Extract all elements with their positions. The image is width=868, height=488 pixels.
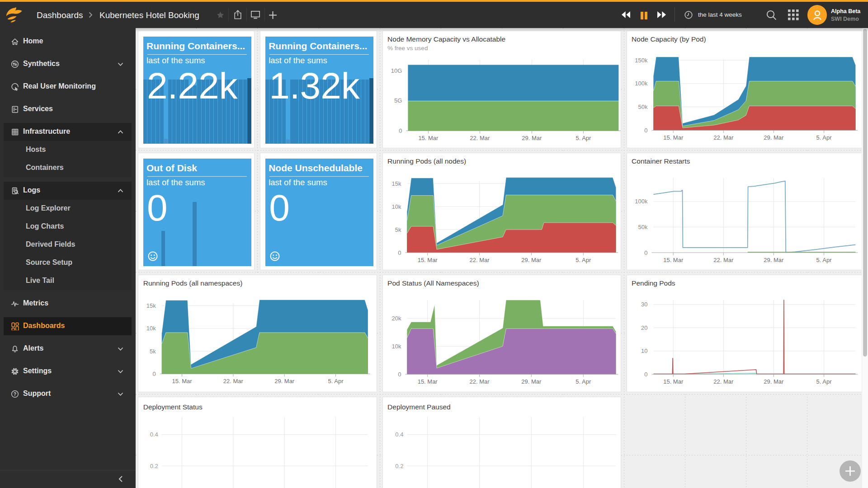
svg-text:15. Mar: 15. Mar bbox=[417, 257, 438, 263]
svg-text:5. Apr: 5. Apr bbox=[576, 257, 591, 263]
svg-text:29. Mar: 29. Mar bbox=[521, 378, 542, 385]
svg-text:20: 20 bbox=[641, 324, 647, 331]
svg-text:22. Mar: 22. Mar bbox=[713, 134, 734, 141]
svg-text:5. Apr: 5. Apr bbox=[816, 134, 832, 141]
svg-text:10k: 10k bbox=[146, 325, 156, 332]
svg-text:5. Apr: 5. Apr bbox=[816, 378, 832, 385]
svg-text:15k: 15k bbox=[146, 302, 156, 309]
svg-text:15. Mar: 15. Mar bbox=[417, 378, 438, 385]
svg-text:10: 10 bbox=[641, 347, 647, 354]
svg-text:20k: 20k bbox=[392, 315, 401, 322]
svg-text:22. Mar: 22. Mar bbox=[713, 257, 734, 263]
svg-text:10G: 10G bbox=[391, 67, 402, 74]
svg-text:50k: 50k bbox=[638, 224, 647, 230]
svg-text:50k: 50k bbox=[638, 103, 647, 110]
svg-text:5k: 5k bbox=[150, 348, 156, 355]
svg-text:0.4: 0.4 bbox=[395, 431, 403, 438]
svg-text:5. Apr: 5. Apr bbox=[816, 257, 832, 263]
svg-text:22. Mar: 22. Mar bbox=[223, 378, 244, 385]
svg-text:0: 0 bbox=[399, 127, 402, 134]
svg-text:15. Mar: 15. Mar bbox=[663, 134, 684, 141]
svg-text:5. Apr: 5. Apr bbox=[576, 135, 591, 141]
svg-text:29. Mar: 29. Mar bbox=[274, 378, 295, 385]
svg-text:29. Mar: 29. Mar bbox=[764, 257, 784, 263]
svg-text:30: 30 bbox=[641, 301, 647, 308]
svg-text:100k: 100k bbox=[635, 80, 648, 87]
svg-text:0: 0 bbox=[398, 249, 401, 256]
svg-text:22. Mar: 22. Mar bbox=[469, 378, 490, 385]
svg-text:0.2: 0.2 bbox=[150, 463, 158, 469]
svg-text:29. Mar: 29. Mar bbox=[764, 378, 784, 385]
svg-text:0: 0 bbox=[153, 371, 156, 377]
svg-text:0: 0 bbox=[398, 371, 401, 378]
svg-text:10k: 10k bbox=[392, 203, 401, 210]
svg-text:150k: 150k bbox=[635, 56, 648, 63]
svg-text:5G: 5G bbox=[394, 97, 402, 104]
svg-text:0.4: 0.4 bbox=[150, 431, 158, 438]
svg-text:15. Mar: 15. Mar bbox=[663, 378, 684, 385]
svg-text:?: ? bbox=[14, 391, 16, 397]
svg-text:22. Mar: 22. Mar bbox=[469, 257, 490, 263]
svg-text:22. Mar: 22. Mar bbox=[713, 378, 734, 385]
svg-text:0: 0 bbox=[644, 249, 647, 256]
svg-text:10k: 10k bbox=[392, 343, 401, 350]
svg-text:22. Mar: 22. Mar bbox=[470, 135, 490, 141]
svg-text:5k: 5k bbox=[395, 226, 401, 233]
svg-text:0: 0 bbox=[644, 371, 647, 378]
svg-text:15. Mar: 15. Mar bbox=[418, 135, 439, 141]
svg-text:15. Mar: 15. Mar bbox=[663, 257, 684, 263]
svg-text:5. Apr: 5. Apr bbox=[328, 378, 344, 385]
svg-text:5. Apr: 5. Apr bbox=[576, 378, 591, 385]
svg-text:15k: 15k bbox=[392, 180, 401, 187]
svg-text:15. Mar: 15. Mar bbox=[172, 378, 193, 385]
svg-text:29. Mar: 29. Mar bbox=[522, 135, 542, 141]
svg-text:0.2: 0.2 bbox=[395, 463, 403, 469]
svg-text:100k: 100k bbox=[635, 198, 648, 205]
svg-text:29. Mar: 29. Mar bbox=[764, 134, 784, 141]
svg-text:29. Mar: 29. Mar bbox=[521, 257, 542, 263]
svg-text:0: 0 bbox=[644, 127, 647, 133]
